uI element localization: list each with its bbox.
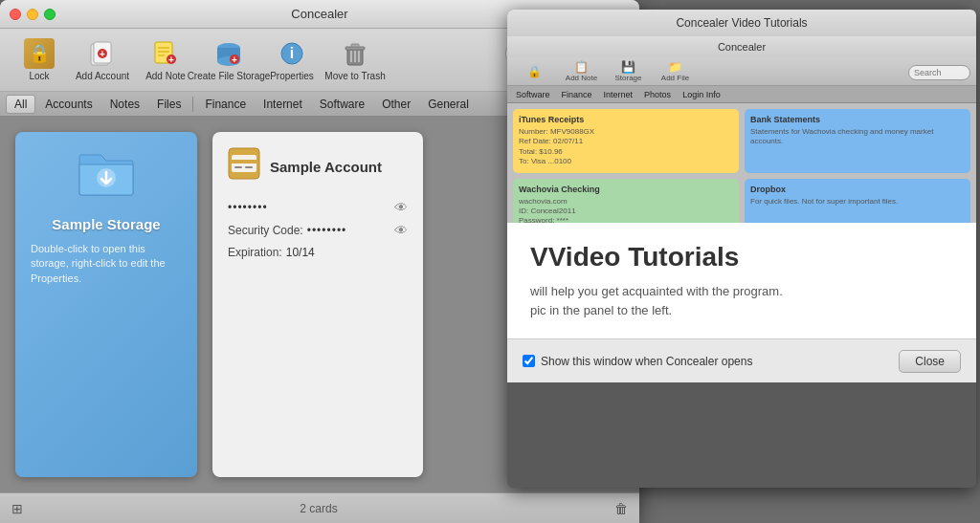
tutorial-text: will help you get acquainted with the pr… [530, 282, 953, 319]
create-file-storage-toolbar-item[interactable]: + Create File Storage [199, 34, 258, 85]
show-checkbox-area: Show this window when Concealer opens [523, 355, 752, 368]
security-dots: •••••••• [307, 224, 389, 237]
move-to-trash-toolbar-item[interactable]: Move to Trash [325, 34, 385, 85]
account-card-icon [228, 147, 260, 186]
mini-tabs: Software Finance Internet Photos Login I… [507, 86, 976, 103]
create-file-storage-icon: + [213, 38, 244, 69]
storage-description: Double-click to open this storage, right… [31, 242, 182, 286]
mini-lock: 🔒 [513, 65, 556, 78]
svg-text:+: + [232, 54, 237, 65]
account-expiration-field: Expiration: 10/14 [228, 246, 408, 259]
tab-all[interactable]: All [6, 95, 35, 114]
mini-storage: 💾 Storage [607, 60, 650, 82]
security-eye-icon[interactable]: 👁 [394, 223, 408, 238]
svg-text:+: + [100, 49, 105, 59]
window-title: Concealer [291, 7, 347, 21]
password-dots: •••••••• [228, 201, 389, 214]
mini-search [908, 62, 970, 80]
storage-folder-icon [78, 147, 135, 208]
tab-other[interactable]: Other [374, 96, 418, 113]
tutorial-text-line1: will help you get acquainted with the pr… [530, 284, 783, 298]
mini-tab-finance: Finance [557, 89, 597, 100]
tutorial-text-area: VVideo Tutorials will help you get acqua… [507, 223, 976, 338]
mini-card-wachovia-text: wachovia.comID: Conceal2011Password: ***… [519, 197, 733, 223]
bottom-bar: ⊞ 2 cards 🗑 [0, 492, 639, 523]
mini-card-dropbox-title: Dropbox [750, 185, 965, 194]
mini-title: Concealer [718, 41, 766, 53]
lock-icon: 🔒 [24, 38, 55, 69]
trash-icon[interactable]: 🗑 [614, 501, 628, 516]
tutorial-title-bar: Concealer Video Tutorials [507, 10, 976, 36]
tab-finance[interactable]: Finance [197, 96, 254, 113]
password-eye-icon[interactable]: 👁 [394, 200, 408, 215]
storage-card[interactable]: Sample Storage Double-click to open this… [15, 132, 197, 477]
mini-add2: 📁 Add File [654, 60, 697, 82]
mini-card-itunes-text: Number: MFV9088GXRef Date: 02/07/11Total… [519, 127, 733, 167]
mini-tab-photos: Photos [639, 89, 676, 100]
properties-toolbar-item[interactable]: i Properties [262, 34, 322, 85]
tutorial-window: Concealer Video Tutorials Concealer 🔒 📋 … [507, 10, 976, 488]
close-button[interactable] [10, 9, 21, 20]
tab-software[interactable]: Software [312, 96, 372, 113]
expiration-value: 10/14 [286, 246, 315, 259]
add-account-toolbar-item[interactable]: + Add Account [73, 34, 132, 85]
mini-tab-software: Software [511, 89, 555, 100]
close-button[interactable]: Close [899, 350, 961, 373]
account-password-field: •••••••• 👁 [228, 200, 408, 215]
account-security-field: Security Code: •••••••• 👁 [228, 223, 408, 238]
mini-content: iTunes Receipts Number: MFV9088GXRef Dat… [507, 103, 976, 223]
show-window-checkbox[interactable] [523, 355, 535, 367]
tutorial-text-line2: pic in the panel to the left. [530, 303, 672, 317]
tab-accounts[interactable]: Accounts [37, 96, 100, 113]
mini-search-input [908, 65, 970, 80]
move-to-trash-icon [340, 38, 370, 69]
lock-label: Lock [29, 71, 49, 81]
properties-icon: i [277, 38, 307, 69]
tab-divider [192, 97, 193, 112]
maximize-button[interactable] [44, 9, 56, 20]
mini-card-dropbox: Dropbox For quick files. Not for super i… [745, 179, 970, 223]
tutorial-bottom: Show this window when Concealer opens Cl… [507, 338, 976, 382]
mini-card-bank-text: Statements for Wachovia checking and mon… [750, 127, 965, 147]
tutorial-heading: VVideo Tutorials [530, 242, 953, 272]
tab-files[interactable]: Files [149, 96, 189, 113]
show-window-label: Show this window when Concealer opens [541, 355, 752, 368]
mini-toolbar: 🔒 📋 Add Note 💾 Storage 📁 Add File [507, 57, 976, 86]
add-note-icon: + [150, 38, 181, 69]
tutorial-window-title: Concealer Video Tutorials [676, 16, 807, 30]
minimize-button[interactable] [27, 9, 38, 20]
mini-card-itunes: iTunes Receipts Number: MFV9088GXRef Dat… [513, 109, 739, 173]
account-title: Sample Account [270, 159, 382, 175]
mini-title-bar: Concealer [507, 36, 976, 57]
svg-rect-26 [232, 160, 256, 163]
svg-rect-28 [245, 166, 253, 168]
mini-tab-internet: Internet [599, 89, 638, 100]
svg-text:i: i [290, 45, 294, 61]
traffic-lights [10, 9, 56, 20]
move-to-trash-label: Move to Trash [324, 71, 385, 81]
mini-card-bank-title: Bank Statements [750, 115, 965, 124]
mini-add: 📋 Add Note [560, 60, 603, 82]
svg-rect-27 [234, 166, 242, 168]
svg-rect-19 [351, 44, 359, 47]
mini-concealer: Concealer 🔒 📋 Add Note 💾 Storage 📁 Add F… [507, 36, 976, 223]
mini-card-itunes-title: iTunes Receipts [519, 115, 733, 124]
lock-toolbar-item[interactable]: 🔒 Lock [10, 34, 69, 85]
add-account-label: Add Account [76, 71, 129, 81]
add-account-icon: + [87, 38, 118, 69]
add-note-label: Add Note [145, 71, 186, 81]
mini-card-bank: Bank Statements Statements for Wachovia … [745, 109, 970, 173]
account-card[interactable]: Sample Account •••••••• 👁 Security Code:… [212, 132, 423, 477]
tutorial-heading-prefix: V [530, 242, 548, 272]
grid-view-icon[interactable]: ⊞ [11, 501, 23, 516]
tab-notes[interactable]: Notes [102, 96, 147, 113]
security-label: Security Code: [228, 224, 303, 237]
tab-internet[interactable]: Internet [256, 96, 310, 113]
account-header: Sample Account [228, 147, 408, 186]
svg-text:+: + [168, 54, 174, 65]
mini-card-dropbox-text: For quick files. Not for super important… [750, 197, 965, 207]
create-file-storage-label: Create File Storage [188, 71, 271, 81]
tab-general[interactable]: General [420, 96, 477, 113]
storage-title: Sample Storage [52, 216, 160, 232]
expiration-label: Expiration: [228, 246, 282, 259]
